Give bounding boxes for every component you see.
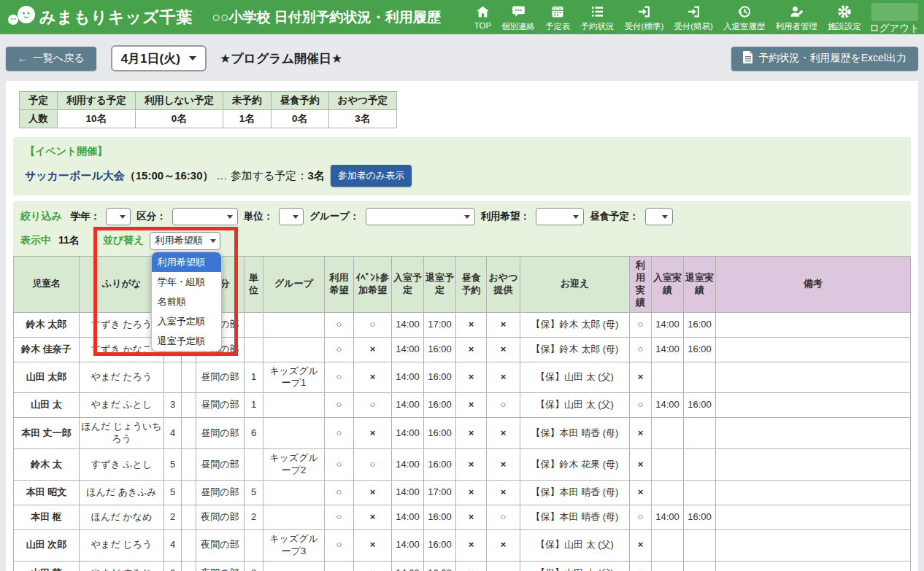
display-label: 表示中 [20,234,51,247]
show-participants-button[interactable]: 参加者のみ表示 [331,165,412,187]
cell-unit: 2 [245,561,263,571]
summary-value-miyoyaku: 1名 [223,110,272,128]
cell-riyou-kibou: ○ [325,362,354,393]
cell-event-kibou: ○ [354,449,392,481]
cell-riyou-jisseki: × [630,561,652,571]
filter-unit-label: 単位： [244,210,274,223]
cell-event-kibou: ○ [354,393,392,418]
cell-grade: 4 [164,418,182,449]
cell-nyushitsu-jisseki [652,362,684,393]
cell-riyou-kibou: ○ [325,449,354,481]
cell-nyushitsu-jisseki [652,529,684,561]
cell-unit: 1 [245,393,263,418]
nav-item-kobetsu-renraku[interactable]: 個別連絡 [496,0,540,34]
riyou-kibou-filter-select[interactable] [536,208,584,225]
nav-item-nyutaishitsu-rireki[interactable]: 入退室履歴 [718,0,771,34]
brand[interactable]: みまもりキッズ千葉 [6,4,193,31]
cell-taishitsu-yotei: 16:00 [424,529,456,561]
cell-name[interactable]: 鈴木 太 [14,449,80,481]
sort-option-gakunen-kumi[interactable]: 学年・組順 [152,272,221,292]
document-icon [743,51,753,66]
cell-biko [716,312,911,337]
nav-item-top[interactable]: TOP [469,0,496,32]
cell-nyushitsu-yotei: 14:00 [392,505,424,529]
cell-riyou-jisseki: × [630,480,652,505]
nav-item-uketsuke-kani[interactable]: 受付(簡易) [669,0,718,34]
sort-option-namae[interactable]: 名前順 [152,292,221,311]
cell-furigana: やまだ すみれ [80,561,164,571]
cell-grade: 3 [164,393,182,418]
chushoku-filter-select[interactable] [645,208,673,225]
reservations-table: 児童名ふりがな学年組区分単位グループ利用希望ｲﾍﾞﾝﾄ参加希望入室予定退室予定昼… [13,256,911,571]
cell-name[interactable]: 山田 太郎 [14,362,80,393]
nav-item-uketsuke-hyojun[interactable]: 受付(標準) [620,0,669,34]
event-time: （15:00～16:30） [125,169,214,183]
cell-name[interactable]: 山田 太 [14,393,80,418]
sort-option-nyushitsu-yotei[interactable]: 入室予定順 [152,311,221,331]
cell-nyushitsu-yotei: 14:00 [392,337,424,362]
cell-name[interactable]: 本田 丈一郎 [14,418,80,449]
display-count: 11名 [58,234,80,247]
cell-name[interactable]: 本田 昭文 [14,480,80,505]
cell-taishitsu-jisseki: 16:00 [684,337,716,362]
cell-taishitsu-yotei: 16:00 [424,362,456,393]
table-row: 山田 菫やまだ すみれ6夜間の部2○×14:0016:00×○【保】山田 太 (… [14,561,911,571]
col-header-chushoku-yoyaku: 昼食予約 [456,257,487,313]
cell-taishitsu-jisseki: 16:00 [684,393,716,418]
sort-label: 並び替え [103,234,145,247]
cell-chushoku-yoyaku: × [456,393,487,418]
table-row: 山田 次郎やまだ じろう4夜間の部キッズグループ3○×14:0016:00××【… [14,529,911,561]
excel-export-button[interactable]: 予約状況・利用履歴をExcel出力 [731,47,918,71]
cell-group [263,418,325,449]
nav-item-shisetsu-settei[interactable]: 施設設定 [823,0,866,34]
cell-kubun: 夜間の部 [196,561,245,571]
cell-kubun: 昼間の部 [196,393,245,418]
cell-taishitsu-yotei: 16:00 [424,337,456,362]
filter-label: 絞り込み [20,210,62,223]
cell-biko [716,337,911,362]
cell-grade: 4 [164,529,182,561]
summary-header: 利用する予定 [58,92,136,110]
grade-filter-select[interactable] [106,208,131,225]
cell-name[interactable]: 本田 枢 [14,505,80,529]
sort-option-riyou-kibou[interactable]: 利用希望順 [152,252,221,272]
date-select[interactable]: 4月1日(火) [111,45,207,71]
nav-item-yoyaku-jokyo[interactable]: 予約状況 [576,0,620,34]
cell-kubun: 昼間の部 [196,480,245,505]
nav-item-yoteihyo[interactable]: 予定表 [540,0,576,34]
col-header-taishitsu-jisseki: 退室実績 [684,257,716,313]
cell-event-kibou: × [354,561,392,571]
cell-class [182,393,196,418]
group-filter-select[interactable] [366,208,475,225]
cell-name[interactable]: 鈴木 太郎 [14,312,80,337]
col-header-oyatsu-teikyou: おやつ提供 [487,257,520,313]
cell-name[interactable]: 鈴木 佳奈子 [14,337,80,362]
sort-dropdown-menu: 利用希望順 学年・組順 名前順 入室予定順 退室予定順 [151,252,222,351]
unit-filter-select[interactable] [279,208,304,225]
sort-option-taishitsu-yotei[interactable]: 退室予定順 [152,331,221,351]
col-header-unit: 単位 [245,257,263,313]
cell-name[interactable]: 山田 次郎 [14,529,80,561]
col-header-riyou-jisseki: 利用実績 [630,257,652,313]
logout-button[interactable]: ログアウト [869,0,920,35]
cell-furigana: ほんだ じょういちろう [80,418,164,449]
table-row: 山田 太郎やまだ たろう昼間の部1キッズグループ1○×14:0016:00××【… [14,362,911,393]
cell-unit: 6 [245,418,263,449]
back-to-list-button[interactable]: ← 一覧へ戻る [6,47,96,71]
nav-item-riyosha-kanri[interactable]: 利用者管理 [770,0,823,34]
list-icon [590,4,605,20]
content-panel: 予定 利用する予定 利用しない予定 未予約 昼食予約 おやつ予定 人数 10名 … [6,81,918,571]
cell-name[interactable]: 山田 菫 [14,561,80,571]
sort-select[interactable]: 利用希望順 [150,232,220,250]
brand-logo-text: みまもりキッズ千葉 [39,7,193,28]
gear-icon [837,4,852,20]
kubun-filter-select[interactable] [172,208,238,225]
cell-kubun: 昼間の部 [196,362,245,393]
cell-oyatsu-teikyou: × [487,362,520,393]
cell-omukae: 【保】鈴木 花果 (母) [520,449,630,481]
chevron-down-icon [120,215,126,219]
cell-class [182,505,196,529]
col-header-event-kibou: ｲﾍﾞﾝﾄ参加希望 [354,257,392,313]
cell-unit [245,529,263,561]
col-header-nyushitsu-yotei: 入室予定 [392,257,424,313]
